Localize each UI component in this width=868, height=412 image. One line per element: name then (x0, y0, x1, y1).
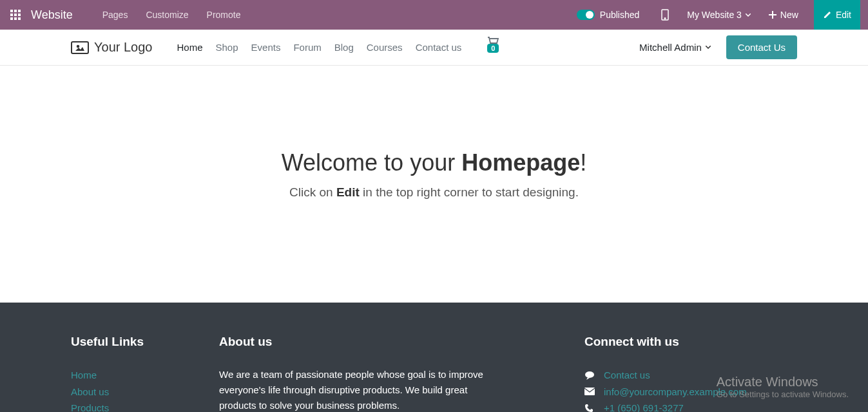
footer-contact-link[interactable]: Contact us (604, 367, 650, 384)
svg-rect-0 (10, 10, 13, 12)
svg-rect-12 (769, 14, 776, 15)
footer-links-column: Useful Links Home About us Products Serv… (71, 335, 180, 412)
svg-rect-3 (10, 14, 13, 16)
site-navbar: Your Logo Home Shop Events Forum Blog Co… (0, 30, 868, 66)
nav-home[interactable]: Home (170, 42, 209, 53)
footer-link-about[interactable]: About us (71, 384, 180, 400)
edit-button-label: Edit (836, 10, 851, 20)
pencil-icon (823, 10, 832, 19)
footer-phone-link[interactable]: +1 (650) 691-3277 (604, 400, 684, 412)
admin-topbar: Website Pages Customize Promote Publishe… (0, 0, 868, 30)
site-footer: Useful Links Home About us Products Serv… (0, 303, 868, 412)
published-label: Published (600, 10, 640, 20)
svg-rect-6 (10, 17, 13, 20)
svg-point-16 (585, 371, 594, 378)
svg-point-10 (665, 18, 666, 19)
svg-rect-8 (18, 17, 21, 20)
nav-contact[interactable]: Contact us (409, 42, 468, 53)
nav-blog[interactable]: Blog (328, 42, 360, 53)
site-logo[interactable]: Your Logo (71, 40, 152, 55)
footer-links-title: Useful Links (71, 335, 180, 349)
svg-rect-1 (14, 10, 17, 12)
nav-events[interactable]: Events (245, 42, 287, 53)
footer-about-column: About us We are a team of passionate peo… (219, 335, 503, 412)
cart-button[interactable]: 0 (481, 37, 505, 58)
svg-rect-2 (18, 10, 21, 12)
logo-text: Your Logo (94, 40, 152, 55)
svg-rect-17 (584, 388, 595, 395)
published-toggle[interactable] (577, 10, 595, 20)
mobile-preview-icon[interactable] (652, 9, 678, 21)
menu-customize[interactable]: Customize (137, 10, 197, 20)
plus-icon (769, 11, 776, 19)
footer-link-products[interactable]: Products (71, 400, 180, 412)
menu-promote[interactable]: Promote (198, 10, 250, 20)
image-icon (71, 41, 89, 54)
speech-bubble-icon (584, 371, 595, 380)
contact-us-button[interactable]: Contact Us (726, 35, 797, 59)
website-selector-label: My Website 3 (687, 10, 742, 20)
footer-link-home[interactable]: Home (71, 367, 180, 384)
hero-subtitle: Click on Edit in the top right corner to… (13, 185, 855, 200)
user-name: Mitchell Admin (639, 42, 702, 53)
hero-section: Welcome to your Homepage! Click on Edit … (0, 66, 868, 303)
svg-rect-4 (14, 14, 17, 16)
app-brand[interactable]: Website (31, 8, 93, 22)
footer-about-title: About us (219, 335, 503, 349)
edit-button[interactable]: Edit (814, 0, 860, 30)
footer-connect-title: Connect with us (584, 335, 797, 349)
svg-rect-7 (14, 17, 17, 20)
website-selector[interactable]: My Website 3 (678, 10, 760, 20)
envelope-icon (584, 388, 595, 395)
nav-courses[interactable]: Courses (360, 42, 409, 53)
hero-title: Welcome to your Homepage! (13, 149, 855, 176)
footer-about-text: We are a team of passionate people whose… (219, 367, 503, 412)
footer-connect-column: Connect with us Contact us info@yourcomp… (584, 335, 797, 412)
new-button-label: New (780, 10, 798, 20)
user-menu[interactable]: Mitchell Admin (630, 42, 720, 53)
svg-rect-5 (18, 14, 21, 16)
menu-pages[interactable]: Pages (93, 10, 137, 20)
phone-icon (584, 404, 595, 412)
svg-point-13 (77, 45, 79, 47)
footer-email-link[interactable]: info@yourcompany.example.com (604, 384, 747, 400)
apps-icon[interactable] (0, 10, 31, 20)
new-button[interactable]: New (760, 10, 807, 20)
nav-shop[interactable]: Shop (209, 42, 244, 53)
nav-forum[interactable]: Forum (287, 42, 327, 53)
chevron-down-icon (706, 46, 711, 49)
chevron-down-icon (746, 14, 751, 17)
cart-count-badge: 0 (487, 44, 499, 53)
